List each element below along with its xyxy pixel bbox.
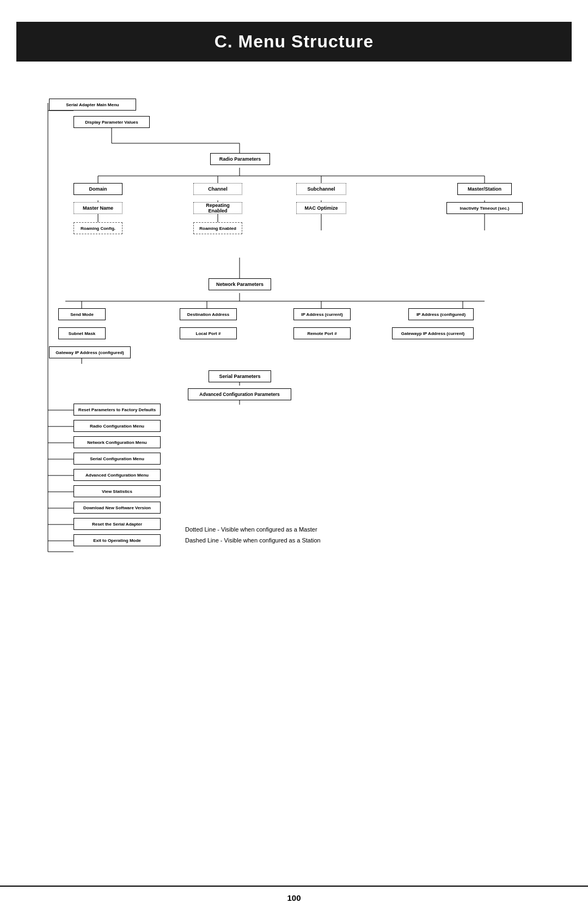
legend-dotted: Dotted Line - Visible when configured as…: [185, 524, 321, 535]
view-statistics: View Statistics: [74, 485, 161, 497]
page-footer: 100: [0, 886, 588, 909]
subchannel: Subchannel: [296, 183, 346, 195]
mac-optimize: MAC Optimize: [296, 202, 346, 214]
gatewayp-ip-current: Gatewayp IP Address (current): [392, 327, 474, 339]
advanced-config-menu: Advanced Configuration Menu: [74, 469, 161, 481]
legend: Dotted Line - Visible when configured as…: [185, 524, 321, 546]
domain: Domain: [74, 183, 122, 195]
radio-parameters: Radio Parameters: [210, 153, 270, 165]
network-config-menu: Network Configuration Menu: [74, 436, 161, 448]
send-mode: Send Mode: [58, 308, 106, 320]
reset-serial-adapter: Reset the Serial Adapter: [74, 518, 161, 530]
master-station: Master/Station: [457, 183, 512, 195]
page-number: 100: [287, 893, 301, 902]
page-header: C. Menu Structure: [16, 22, 572, 62]
subnet-mask: Subnet Mask: [58, 327, 106, 339]
radio-config-menu: Radio Configuration Menu: [74, 420, 161, 432]
page-title: C. Menu Structure: [16, 32, 572, 52]
gateway-ip-configured: Gateway IP Address (configured): [49, 346, 131, 358]
reset-factory: Reset Parameters to Factory Defaults: [74, 404, 161, 416]
inactivity-timeout: Inactivity Timeout (sec.): [446, 202, 523, 214]
network-parameters: Network Parameters: [209, 278, 271, 290]
ip-address-configured: IP Address (configured): [408, 308, 474, 320]
remote-port: Remote Port #: [293, 327, 351, 339]
roaming-config: Roaming Config.: [74, 222, 122, 234]
exit-operating-mode: Exit to Operating Mode: [74, 534, 161, 546]
local-port: Local Port #: [180, 327, 237, 339]
ip-address-current: IP Address (current): [293, 308, 351, 320]
roaming-enabled: Roaming Enabled: [193, 222, 242, 234]
diagram-container: Serial Adapter Main Menu Display Paramet…: [11, 83, 577, 584]
serial-adapter-main-menu: Serial Adapter Main Menu: [49, 99, 136, 111]
download-new-software: Download New Software Version: [74, 502, 161, 514]
repeating-enabled: Repeating Enabled: [193, 202, 242, 214]
display-parameter-values: Display Parameter Values: [74, 116, 150, 128]
master-name: Master Name: [74, 202, 122, 214]
serial-config-menu: Serial Configuration Menu: [74, 453, 161, 465]
serial-parameters: Serial Parameters: [209, 370, 271, 382]
channel: Channel: [193, 183, 242, 195]
advanced-config-parameters: Advanced Configuration Parameters: [188, 388, 291, 400]
legend-dashed: Dashed Line - Visible when configured as…: [185, 535, 321, 546]
destination-address: Destination Address: [180, 308, 237, 320]
